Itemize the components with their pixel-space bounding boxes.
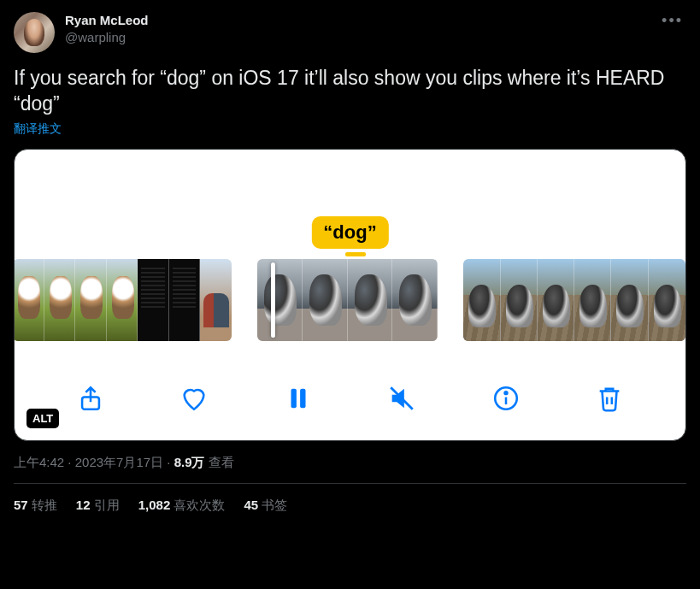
thumbnail-frame [501,259,538,341]
pause-icon[interactable] [284,384,313,413]
tweet-date[interactable]: 2023年7月17日 [75,455,163,469]
scrubber-handle[interactable] [271,262,275,338]
thumbnail-frame [257,259,303,341]
thumbnail-frame [574,259,611,341]
thumbnail-frame [44,259,76,341]
thumbnail-frame [303,259,348,341]
thumbnail-frame [75,259,107,341]
clip-3 [463,259,685,341]
media-toolbar [15,375,685,421]
thumbnail-frame [14,259,44,341]
thumbnail-frame [200,259,232,341]
media-attachment[interactable]: “dog” [14,149,686,441]
thumbnail-frame [392,259,438,341]
bookmarks-stat[interactable]: 45 书签 [244,498,287,514]
handle: @warpling [65,29,658,46]
more-button[interactable]: ••• [658,12,686,29]
retweets-stat[interactable]: 57 转推 [14,498,57,514]
thumbnail-frame [138,259,169,341]
tweet-header: Ryan McLeod @warpling ••• [14,12,686,53]
clip-1 [14,259,232,341]
avatar[interactable] [14,12,55,53]
tweet-stats: 57 转推 12 引用 1,082 喜欢次数 45 书签 [14,484,686,514]
views-label: 查看 [205,455,234,469]
info-icon[interactable] [491,384,521,413]
mute-icon[interactable] [387,384,416,413]
caption-bubble: “dog” [311,216,388,249]
playhead-marker [345,252,366,256]
thumbnail-frame [107,259,138,341]
thumbnail-frame [463,259,500,341]
tweet-time[interactable]: 上午4:42 [14,455,64,469]
tweet-meta: 上午4:42 · 2023年7月17日 · 8.9万 查看 [14,455,686,471]
trash-icon[interactable] [595,384,624,413]
tweet-text: If you search for “dog” on iOS 17 it’ll … [14,65,686,116]
tweet-container: Ryan McLeod @warpling ••• If you search … [0,0,700,514]
translate-link[interactable]: 翻译推文 [14,121,686,137]
thumbnail-frame [169,259,201,341]
thumbnail-frame [649,259,685,341]
svg-rect-2 [300,389,305,409]
views-count: 8.9万 [174,455,205,469]
thumbnail-frame [348,259,393,341]
clip-2 [257,259,438,341]
svg-point-6 [504,392,507,394]
alt-badge[interactable]: ALT [26,409,59,428]
thumbnail-frame [538,259,574,341]
author-names[interactable]: Ryan McLeod @warpling [65,12,658,46]
share-icon[interactable] [76,384,105,413]
svg-rect-1 [291,389,296,409]
heart-icon[interactable] [179,384,209,413]
quotes-stat[interactable]: 12 引用 [76,498,120,514]
thumbnail-frame [611,259,648,341]
display-name: Ryan McLeod [65,12,658,29]
video-timeline [15,259,685,341]
likes-stat[interactable]: 1,082 喜欢次数 [138,498,226,514]
